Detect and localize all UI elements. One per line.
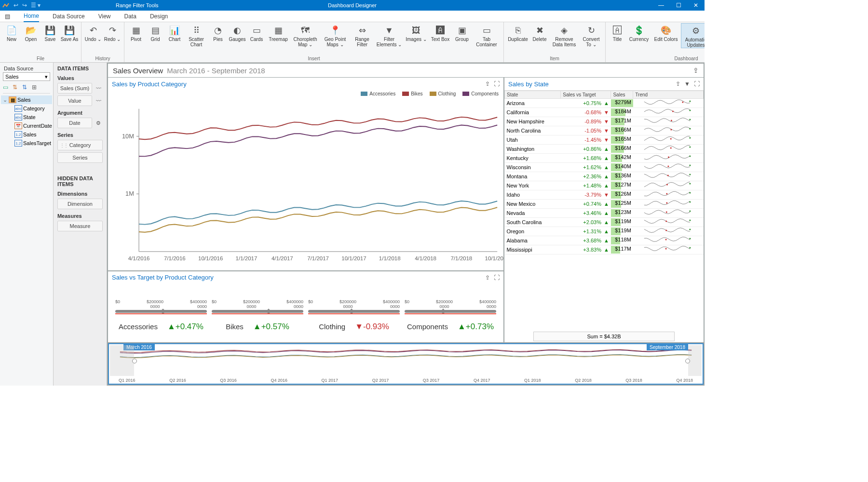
open-button[interactable]: 📂Open <box>21 23 41 42</box>
gauge-item[interactable]: $0$200000 0000$400000 0000 Components ▲+… <box>402 299 499 332</box>
column-header[interactable]: State <box>505 91 561 99</box>
maximize-icon[interactable]: ☐ <box>670 0 687 11</box>
table-row[interactable]: Wisconsin +1.62% $140M <box>505 163 704 172</box>
expand-icon[interactable]: ⌄ <box>3 97 9 103</box>
editcolors-button[interactable]: 🎨Edit Colors <box>651 23 681 42</box>
table-row[interactable]: Idaho -3.79% $126M <box>505 190 704 200</box>
table-row[interactable]: California -0.68% $184M <box>505 108 704 117</box>
legend-item[interactable]: Accessories <box>361 91 395 96</box>
textbox-button[interactable]: 🅰Text Box <box>428 23 452 42</box>
filter-icon[interactable]: ▭ <box>3 84 11 92</box>
qat-undo-icon[interactable]: ↩ <box>14 2 18 9</box>
table-row[interactable]: New Mexico +0.74% $125M <box>505 200 704 209</box>
group-button[interactable]: ▣Group <box>452 23 472 42</box>
tree-field[interactable]: 1.2SalesTarget <box>1 139 52 147</box>
legend-item[interactable]: Components <box>462 91 499 96</box>
range-filter[interactable]: March 2016 September 2018 Q1 2016Q2 2016… <box>108 343 704 385</box>
scatter-button[interactable]: ⠿ScatterChart <box>184 23 208 47</box>
range-handle-right[interactable] <box>685 359 690 363</box>
tab-data[interactable]: Data <box>124 11 136 22</box>
line-chart[interactable]: AccessoriesBikesClothingComponents 1M10M… <box>108 90 503 270</box>
table-row[interactable]: Mississippi +3.83% $117M <box>505 245 704 254</box>
table-row[interactable]: Utah -1.45% $165M <box>505 135 704 145</box>
tree-field[interactable]: abcCategory <box>1 104 52 113</box>
data-item-pill[interactable]: Value <box>57 95 92 106</box>
export-icon[interactable]: ⇪ <box>676 80 680 87</box>
redo-button[interactable]: ↷Redo ⌄ <box>103 23 122 42</box>
export-icon[interactable]: ⇪ <box>693 67 699 74</box>
qat-customize-icon[interactable]: ☰ ▾ <box>31 2 41 9</box>
duplicate-button[interactable]: ⎘Duplicate <box>506 23 530 42</box>
title-button[interactable]: 🄰Title <box>608 23 627 42</box>
treemap-button[interactable]: ▦Treemap <box>266 23 290 42</box>
tree-field[interactable]: abcState <box>1 113 52 121</box>
export-icon[interactable]: ⇪ <box>485 80 490 87</box>
tab-home[interactable]: Home <box>24 11 39 22</box>
grid-button[interactable]: ▤Grid <box>146 23 165 42</box>
minimize-icon[interactable]: — <box>652 0 670 11</box>
sort-asc-icon[interactable]: ⇅ <box>13 84 20 92</box>
save-as-button[interactable]: 💾Save As <box>60 23 79 42</box>
rangefilter-button[interactable]: ⇔RangeFilter <box>350 23 374 47</box>
gauge-item[interactable]: $0$200000 0000$400000 0000 Clothing ▼-0.… <box>306 299 402 332</box>
tab-data-source[interactable]: Data Source <box>53 11 85 22</box>
data-source-combo[interactable]: Sales ▾ <box>3 72 50 81</box>
tree-root-sales[interactable]: ⌄ ▦ Sales <box>1 95 52 104</box>
removedata-button[interactable]: ◈RemoveData Items <box>549 23 579 47</box>
table-row[interactable]: Nevada +3.46% $123M <box>505 209 704 218</box>
new-button[interactable]: 📄New <box>2 23 21 42</box>
undo-button[interactable]: ↶Undo ⌄ <box>83 23 103 42</box>
data-item-pill[interactable]: Series <box>57 152 103 163</box>
save-button[interactable]: 💾Save <box>41 23 60 42</box>
currency-button[interactable]: 💲Currency <box>627 23 651 42</box>
qat-redo-icon[interactable]: ↪ <box>22 2 27 9</box>
export-icon[interactable]: ⇪ <box>485 274 490 281</box>
table-row[interactable]: North Carolina -1.05% $166M <box>505 126 704 135</box>
file-menu-icon[interactable]: ▤ <box>5 11 10 22</box>
legend-item[interactable]: Bikes <box>402 91 422 96</box>
range-end-label[interactable]: September 2018 <box>647 344 688 350</box>
data-item-pill[interactable]: Dimension <box>57 199 103 209</box>
convertto-button[interactable]: ↻ConvertTo ⌄ <box>579 23 603 47</box>
tree-field[interactable]: 1.2Sales <box>1 130 52 139</box>
table-row[interactable]: New Hampshire -0.89% $171M <box>505 117 704 126</box>
maximize-icon[interactable]: ⛶ <box>694 80 700 87</box>
images-button[interactable]: 🖼Images ⌄ <box>404 23 428 42</box>
data-item-pill[interactable]: Date <box>57 118 92 128</box>
autoupdate-button[interactable]: ⚙AutomaticUpdates <box>681 23 705 48</box>
table-row[interactable]: Montana +2.36% $136M <box>505 172 704 181</box>
close-icon[interactable]: ✕ <box>687 0 705 11</box>
range-handle-left[interactable] <box>132 359 137 363</box>
maximize-icon[interactable]: ⛶ <box>494 80 500 87</box>
data-item-pill[interactable]: Measure <box>57 221 103 231</box>
pill-option-icon[interactable]: 〰 <box>94 84 103 93</box>
tree-field[interactable]: 📅CurrentDate <box>1 121 52 130</box>
delete-button[interactable]: ✖Delete <box>530 23 549 42</box>
pill-option-icon[interactable]: ⚙ <box>94 119 103 127</box>
cards-button[interactable]: ▭Cards <box>247 23 266 42</box>
table-row[interactable]: New York +1.48% $127M <box>505 181 704 190</box>
table-row[interactable]: South Carolina +2.03% $119M <box>505 218 704 227</box>
table-row[interactable]: Alabama +3.68% $118M <box>505 236 704 245</box>
choropleth-button[interactable]: 🗺ChoroplethMap ⌄ <box>290 23 320 47</box>
column-header[interactable]: Sales vs Target <box>561 91 611 99</box>
tab-view[interactable]: View <box>98 11 111 22</box>
maximize-icon[interactable]: ⛶ <box>494 274 500 281</box>
column-header[interactable]: Trend <box>633 91 704 99</box>
chart-button[interactable]: 📊Chart <box>165 23 184 42</box>
pies-button[interactable]: ◔Pies <box>208 23 228 42</box>
filter-icon[interactable]: ▼ <box>684 80 690 87</box>
tab-design[interactable]: Design <box>150 11 168 22</box>
data-item-pill[interactable]: Category <box>57 140 103 150</box>
data-item-pill[interactable]: Sales (Sum) <box>57 83 92 94</box>
filterelements-button[interactable]: ▼FilterElements ⌄ <box>374 23 404 47</box>
pivot-button[interactable]: ▦Pivot <box>126 23 146 42</box>
tabcontainer-button[interactable]: ▭Tab Container <box>472 23 502 47</box>
table-row[interactable]: Oregon +1.31% $119M <box>505 227 704 236</box>
sort-desc-icon[interactable]: ⇅ <box>22 84 30 92</box>
gauge-item[interactable]: $0$200000 0000$400000 0000 Bikes ▲+0.57% <box>209 299 306 332</box>
table-row[interactable]: Washington +0.86% $166M <box>505 145 704 154</box>
pill-option-icon[interactable]: 〰 <box>94 96 103 105</box>
table-row[interactable]: Arizona +0.75% $279M <box>505 99 704 108</box>
group-icon[interactable]: ⊞ <box>32 84 40 92</box>
